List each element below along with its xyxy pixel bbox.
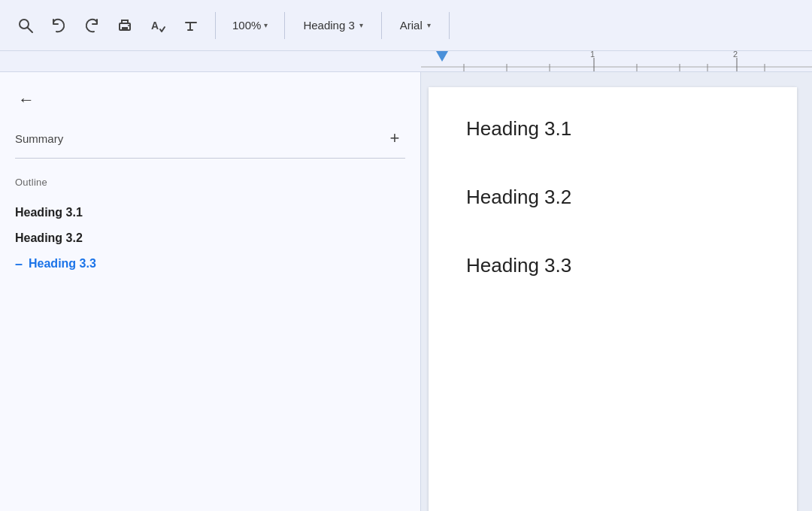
divider-2: [284, 12, 285, 39]
redo-icon: [83, 17, 100, 34]
add-icon: +: [390, 130, 400, 147]
spell-check-icon: A: [150, 17, 166, 34]
outline-item-2[interactable]: Heading 3.2: [15, 225, 405, 251]
font-dropdown[interactable]: Arial ▾: [392, 16, 438, 35]
svg-text:1: 1: [590, 51, 595, 59]
svg-text:A: A: [151, 20, 159, 32]
outline-item-label-2: Heading 3.2: [15, 231, 83, 244]
doc-page: Heading 3.1 Heading 3.2 Heading 3.3: [429, 87, 797, 511]
svg-text:2: 2: [733, 51, 738, 59]
style-chevron: ▾: [359, 21, 363, 29]
back-arrow-icon: ←: [18, 90, 35, 110]
format-icon: [183, 17, 199, 34]
ruler: 1 2: [0, 51, 812, 72]
outline-item-label-1: Heading 3.1: [15, 206, 83, 219]
doc-heading-1: Heading 3.1: [466, 117, 759, 141]
style-dropdown[interactable]: Heading 3 ▾: [295, 16, 370, 35]
sidebar: ← Summary + Outline Heading 3.1 Heading …: [0, 72, 421, 511]
redo-button[interactable]: [78, 12, 105, 39]
divider-4: [449, 12, 450, 39]
font-chevron: ▾: [427, 21, 431, 29]
outline-item-label-3: Heading 3.3: [29, 257, 96, 271]
zoom-dropdown[interactable]: 100% ▾: [226, 16, 274, 35]
add-summary-button[interactable]: +: [384, 128, 405, 149]
toolbar: A 100% ▾ Heading 3 ▾ Arial ▾: [0, 0, 812, 51]
outline-item-1[interactable]: Heading 3.1: [15, 200, 405, 225]
summary-divider: [15, 158, 405, 159]
document-area: Heading 3.1 Heading 3.2 Heading 3.3: [421, 72, 812, 511]
undo-button[interactable]: [45, 12, 72, 39]
back-button[interactable]: ←: [15, 87, 38, 113]
divider-1: [215, 12, 216, 39]
active-indicator: –: [15, 257, 23, 271]
main-layout: ← Summary + Outline Heading 3.1 Heading …: [0, 72, 812, 511]
ruler-content: 1 2: [421, 51, 812, 71]
search-button[interactable]: [12, 12, 39, 39]
divider-3: [381, 12, 382, 39]
summary-section: Summary +: [15, 128, 405, 149]
ruler-ticks: 1 2: [421, 51, 812, 71]
svg-point-4: [128, 25, 129, 26]
svg-rect-3: [122, 27, 128, 31]
doc-heading-2: Heading 3.2: [466, 186, 759, 209]
outline-list: Heading 3.1 Heading 3.2 – Heading 3.3: [15, 200, 405, 277]
font-label: Arial: [400, 19, 423, 32]
doc-heading-3: Heading 3.3: [466, 254, 759, 277]
undo-icon: [50, 17, 67, 34]
outline-item-3[interactable]: – Heading 3.3: [15, 251, 405, 277]
outline-label: Outline: [15, 177, 405, 188]
format-button[interactable]: [177, 12, 205, 39]
ruler-indicator: [436, 51, 448, 62]
search-icon: [17, 17, 34, 34]
spell-check-button[interactable]: A: [144, 12, 171, 39]
style-label: Heading 3: [303, 19, 354, 32]
print-button[interactable]: [111, 12, 138, 39]
svg-line-1: [28, 27, 33, 32]
print-icon: [117, 17, 133, 34]
zoom-value: 100%: [232, 19, 261, 32]
summary-label: Summary: [15, 132, 63, 145]
zoom-chevron: ▾: [264, 21, 268, 29]
